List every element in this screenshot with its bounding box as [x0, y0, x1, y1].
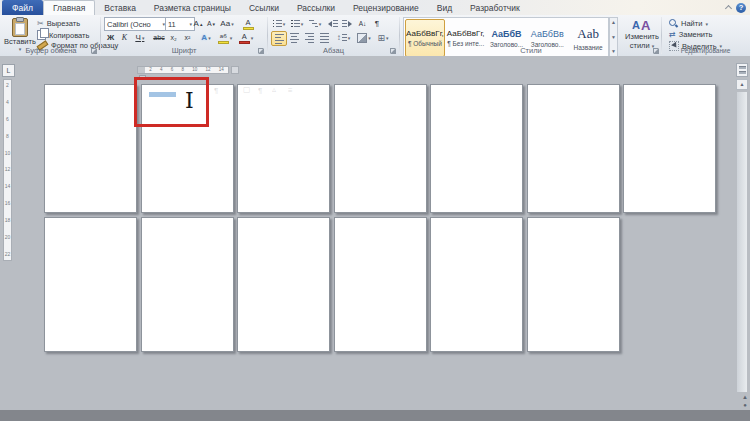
group-font: Calibri (Осно▾ 11▾ А▴ А▾ Аа▾ A Ж К Ч▾ ab… — [101, 15, 267, 56]
style-sample: Aab — [577, 26, 599, 42]
decrease-indent-button[interactable] — [326, 17, 339, 30]
change-styles-icon — [632, 18, 652, 32]
vertical-ruler[interactable]: 246810121416182022 — [3, 79, 12, 261]
multilevel-list-icon — [309, 20, 318, 27]
borders-icon — [377, 33, 385, 43]
shading-button[interactable]: ▾ — [356, 31, 372, 44]
tab-1[interactable]: Вставка — [95, 0, 145, 15]
tab-2[interactable]: Разметка страницы — [145, 0, 240, 15]
document-page[interactable] — [430, 84, 523, 213]
tab-bar-right: ? — [725, 0, 750, 15]
grow-font-button[interactable]: А▴ — [192, 17, 204, 30]
bold-button[interactable]: Ж — [104, 31, 117, 44]
text-effects-button[interactable]: А▾ — [198, 31, 214, 44]
change-case-label: Аа — [220, 19, 230, 28]
gallery-up-icon[interactable]: ▲ — [611, 20, 616, 25]
multilevel-list-button[interactable]: ▾ — [307, 17, 323, 30]
copy-label: Копировать — [49, 31, 89, 40]
file-tab[interactable]: Файл — [2, 0, 43, 15]
paste-clipboard-icon — [12, 18, 28, 37]
styles-group-label: Стили — [400, 46, 662, 56]
justify-icon — [320, 33, 329, 43]
increase-indent-button[interactable] — [340, 17, 353, 30]
grow-font-label: А — [194, 19, 199, 28]
ghost-mark: ▢ — [243, 85, 251, 94]
bottom-strip — [0, 410, 750, 421]
font-color-button[interactable]: А▾ — [237, 31, 255, 44]
align-right-button[interactable] — [302, 31, 316, 44]
italic-button[interactable]: К — [118, 31, 131, 44]
change-case-button[interactable]: Аа▾ — [219, 17, 235, 30]
tab-selector[interactable]: L — [2, 64, 15, 77]
document-page[interactable] — [527, 217, 620, 352]
sort-button[interactable]: А↓ — [356, 17, 369, 30]
underline-label: Ч — [136, 33, 141, 42]
ruler-margin-area — [138, 67, 145, 73]
show-marks-button[interactable]: ¶ — [371, 17, 383, 30]
vertical-scrollbar[interactable] — [737, 92, 747, 392]
replace-icon — [669, 30, 676, 39]
document-page[interactable] — [334, 217, 427, 352]
font-name-combo[interactable]: Calibri (Осно▾ — [104, 17, 168, 31]
document-page[interactable] — [527, 84, 620, 213]
group-paragraph: ▾ ▾ ▾ А↓ ¶ — [268, 15, 399, 56]
tab-3[interactable]: Ссылки — [240, 0, 288, 15]
find-button[interactable]: Найти▾ — [669, 19, 708, 28]
document-page[interactable] — [141, 217, 234, 352]
clipboard-dialog-launcher-icon[interactable] — [91, 48, 97, 54]
align-left-button[interactable] — [271, 31, 287, 46]
editing-group-label: Редактирование — [663, 46, 748, 56]
numbering-icon — [291, 20, 300, 27]
help-button[interactable]: ? — [736, 3, 746, 13]
replace-button[interactable]: Заменить — [669, 30, 712, 39]
document-page[interactable] — [430, 217, 523, 352]
paragraph-dialog-launcher-icon[interactable] — [390, 48, 396, 54]
align-center-button[interactable] — [287, 31, 301, 44]
gallery-down-icon[interactable]: ▼ — [611, 35, 616, 40]
tab-6[interactable]: Вид — [428, 0, 461, 15]
styles-dialog-launcher-icon[interactable] — [653, 48, 659, 54]
document-page[interactable] — [237, 217, 330, 352]
tab-5[interactable]: Рецензирование — [344, 0, 428, 15]
ibeam-cursor: I — [185, 90, 194, 112]
mini-horizontal-ruler[interactable]: 2468101214 — [137, 66, 229, 74]
v-ruler-tick: 10 — [5, 151, 11, 156]
browse-object-button[interactable]: ● — [741, 402, 749, 409]
underline-button[interactable]: Ч▾ — [132, 31, 148, 44]
h-ruler-tick: 8 — [181, 67, 184, 73]
superscript-button[interactable]: х² — [181, 31, 194, 44]
subscript-button[interactable]: х₂ — [167, 31, 180, 44]
ruler-toggle-button[interactable] — [736, 63, 748, 77]
scrollbar-up-button[interactable]: ▲ — [736, 79, 748, 90]
shrink-font-button[interactable]: А▾ — [205, 17, 217, 30]
copy-button[interactable]: Копировать — [37, 30, 89, 40]
font-size-combo[interactable]: 11▾ — [165, 17, 195, 31]
font-dialog-launcher-icon[interactable] — [258, 48, 264, 54]
document-page[interactable] — [44, 84, 137, 213]
strikethrough-button[interactable]: abc — [152, 31, 166, 44]
collapse-ribbon-icon[interactable] — [725, 5, 732, 10]
tab-0[interactable]: Главная — [43, 0, 95, 15]
borders-button[interactable]: ▾ — [375, 31, 391, 44]
line-spacing-button[interactable]: ▾ — [335, 31, 352, 44]
document-page[interactable] — [237, 84, 330, 213]
tab-4[interactable]: Рассылки — [288, 0, 344, 15]
highlight-color-button[interactable]: аб▾ — [216, 31, 234, 44]
previous-page-button[interactable]: ▲ — [741, 394, 749, 401]
justify-button[interactable] — [317, 31, 331, 44]
v-ruler-tick: 12 — [5, 167, 11, 172]
numbering-button[interactable]: ▾ — [289, 17, 305, 30]
line-spacing-icon — [337, 33, 341, 42]
document-page[interactable] — [623, 84, 716, 213]
cut-button[interactable]: Вырезать — [37, 19, 80, 28]
copy-icon — [37, 30, 46, 40]
tab-7[interactable]: Разработчик — [461, 0, 529, 15]
v-ruler-tick: 4 — [6, 100, 9, 105]
document-page[interactable] — [44, 217, 137, 352]
bullets-button[interactable]: ▾ — [271, 17, 287, 30]
clear-formatting-button[interactable]: A — [241, 17, 255, 30]
change-styles-label-1: Изменить — [625, 32, 659, 41]
document-page[interactable] — [334, 84, 427, 213]
ghost-mark: ≡ — [288, 86, 293, 95]
ghost-mark: ¶ — [214, 86, 218, 95]
